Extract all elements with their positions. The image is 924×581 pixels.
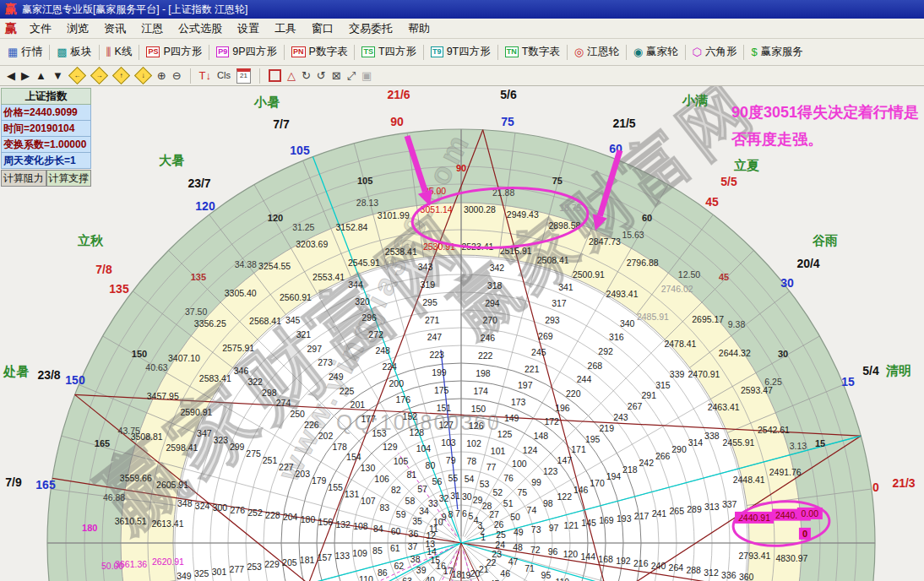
- nav-diamond-pan-right[interactable]: →: [90, 67, 108, 84]
- wheel-number: 200: [389, 378, 404, 388]
- back-icon[interactable]: ◀: [7, 69, 15, 82]
- wheel-number: 173: [511, 397, 526, 407]
- wheel-number: 299: [230, 442, 245, 452]
- wheel-number: 124: [523, 445, 538, 455]
- zoom-out-icon[interactable]: ⊖: [172, 69, 182, 82]
- toolbar-separator: [567, 45, 568, 60]
- wheel-outer-label: 90: [390, 115, 404, 128]
- wheel-number: 8: [448, 509, 454, 519]
- wheel-number: 266: [655, 451, 671, 461]
- triangle-tool-icon[interactable]: △: [287, 69, 296, 82]
- wheel-number: 73: [531, 524, 541, 535]
- toolbar-button-9T四方形[interactable]: T99T四方形: [427, 43, 495, 61]
- forward-icon[interactable]: ▶: [21, 69, 30, 82]
- wheel-number: 128: [410, 427, 425, 437]
- nav-diamond-pan-up[interactable]: ↑: [112, 67, 130, 84]
- degree-label: 30: [778, 349, 788, 359]
- wheel-number: 294: [485, 298, 500, 308]
- wheel-number: 245: [531, 347, 546, 357]
- nav-diamond-pan-down[interactable]: ↓: [134, 67, 152, 84]
- wheel-number: 152: [403, 411, 418, 421]
- toolbar-button-K线[interactable]: ⫼K线: [102, 43, 137, 61]
- calc-support-button[interactable]: 计算支撑: [46, 170, 92, 187]
- toolbar-button-江恩轮[interactable]: ◎江恩轮: [570, 43, 623, 61]
- wheel-number: 71: [525, 563, 535, 573]
- toolbar-button-六角形[interactable]: ⬡六角形: [688, 43, 742, 61]
- wheel-number: 24: [495, 540, 505, 550]
- wheel-number: 229: [264, 559, 280, 569]
- wheel-number: 246: [481, 333, 496, 343]
- price-label-inner: 2508.41: [537, 255, 569, 265]
- toolbar-button-P数字表[interactable]: PNP数字表: [287, 43, 351, 61]
- up-triangle-icon[interactable]: ▲: [35, 69, 46, 82]
- price-label-inner: 2455.91: [722, 437, 754, 448]
- rotate-cw-icon[interactable]: ↻: [302, 69, 311, 82]
- region-tool-icon[interactable]: ⊠: [332, 69, 341, 82]
- price-label-inner: 2500.91: [573, 269, 605, 280]
- wheel-number: 203: [296, 469, 311, 479]
- wheel-number: 271: [425, 315, 440, 325]
- menu-item-帮助[interactable]: 帮助: [400, 19, 438, 38]
- price-label-outer: 3457.95: [147, 391, 179, 401]
- menu-item-江恩[interactable]: 江恩: [133, 19, 171, 38]
- rect-tool-icon[interactable]: [269, 69, 281, 82]
- diamond-arrow-icon: ↓: [141, 73, 144, 79]
- wheel-number: 49: [514, 527, 524, 537]
- down-triangle-icon[interactable]: ▼: [52, 69, 63, 82]
- toolbar-button-P四方形[interactable]: PSP四方形: [142, 43, 206, 61]
- menu-item-资讯[interactable]: 资讯: [96, 19, 133, 38]
- cls-icon[interactable]: Cls: [217, 69, 231, 82]
- capture-tool-icon[interactable]: ▣: [361, 69, 372, 82]
- wheel-number: 148: [534, 431, 549, 441]
- wheel-number: 59: [396, 509, 406, 519]
- toolbar-button-赢家轮[interactable]: ◉赢家轮: [629, 43, 682, 61]
- wheel-outer-label: 20/4: [796, 257, 819, 270]
- wheel-number: 149: [504, 413, 519, 423]
- menu-item-设置[interactable]: 设置: [230, 19, 267, 38]
- menu-item-公式选股[interactable]: 公式选股: [171, 19, 230, 38]
- wheel-number: 104: [416, 443, 432, 453]
- diamond-arrow-icon: →: [95, 73, 102, 79]
- zoom-in-icon[interactable]: ⊕: [157, 69, 166, 82]
- wheel-outer-label: 清明: [885, 363, 911, 377]
- wheel-number: 53: [480, 479, 490, 489]
- menu-item-窗口[interactable]: 窗口: [304, 19, 341, 38]
- wheel-number: 250: [290, 409, 305, 419]
- resize-tool-icon[interactable]: ⤢: [347, 69, 356, 82]
- wheel-number: 180: [301, 514, 316, 524]
- toolbar-button-9P四方形[interactable]: P99P四方形: [212, 43, 281, 61]
- ratio-label: 37.50: [185, 307, 207, 317]
- wheel-number: 193: [617, 513, 632, 524]
- price-label-inner: 2560.91: [280, 292, 312, 302]
- calc-resistance-button[interactable]: 计算阻力: [1, 170, 46, 187]
- wheel-outer-label: 105: [290, 144, 310, 157]
- wheel-number: 169: [599, 515, 614, 525]
- calendar-icon[interactable]: 21: [236, 68, 251, 84]
- menu-item-交易委托[interactable]: 交易委托: [341, 19, 400, 38]
- menu-item-浏览[interactable]: 浏览: [59, 19, 96, 38]
- toolbar-button-T四方形[interactable]: TST四方形: [357, 43, 421, 61]
- rotate-ccw-icon[interactable]: ↺: [317, 69, 326, 82]
- menu-item-工具[interactable]: 工具: [267, 19, 304, 38]
- toolbar-button-行情[interactable]: ▦行情: [3, 43, 46, 61]
- price-label-outer: 3000.28: [464, 204, 496, 214]
- wheel-outer-label: 21/5: [612, 117, 635, 130]
- wheel-outer-label: 45: [705, 195, 719, 209]
- menu-item-文件[interactable]: 文件: [22, 19, 59, 38]
- wheel-outer-label: 5/6: [500, 88, 517, 101]
- toolbar-separator: [284, 45, 285, 60]
- toolbar-button-板块[interactable]: ▩板块: [52, 43, 95, 61]
- wheel-number: 131: [345, 489, 360, 499]
- wheel-number: 35: [412, 516, 422, 526]
- toolbar-button-赢家服务[interactable]: $赢家服务: [747, 43, 807, 61]
- ratio-label: 31.25: [292, 222, 314, 232]
- wheel-outer-label: 处暑: [3, 364, 29, 378]
- wheel-number: 270: [482, 315, 497, 325]
- t-down-icon[interactable]: T↓: [199, 69, 211, 82]
- wheel-number: 58: [405, 496, 416, 506]
- nav-diamond-pan-left[interactable]: ←: [68, 67, 86, 84]
- wheel-outer-label: 150: [65, 373, 85, 387]
- toolbar-button-T数字表[interactable]: TNT数字表: [501, 43, 564, 61]
- wheel-number: 31: [450, 491, 460, 501]
- wheel-number: 120: [563, 549, 579, 559]
